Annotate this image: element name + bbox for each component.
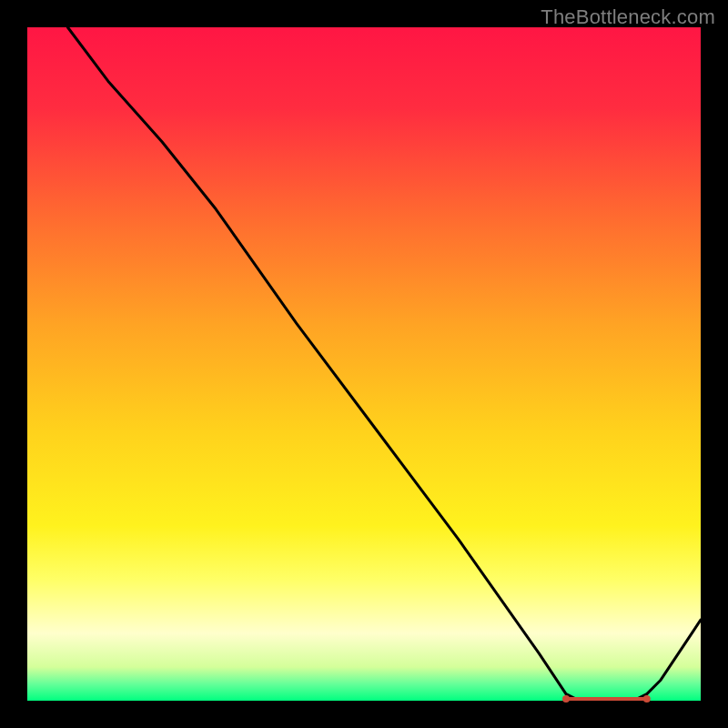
plot-background — [27, 27, 701, 701]
optimal-start-dot — [562, 695, 570, 703]
chart-canvas — [0, 0, 728, 728]
optimal-end-dot — [643, 695, 651, 703]
bottleneck-chart: TheBottleneck.com — [0, 0, 728, 728]
watermark-text: TheBottleneck.com — [541, 5, 715, 29]
